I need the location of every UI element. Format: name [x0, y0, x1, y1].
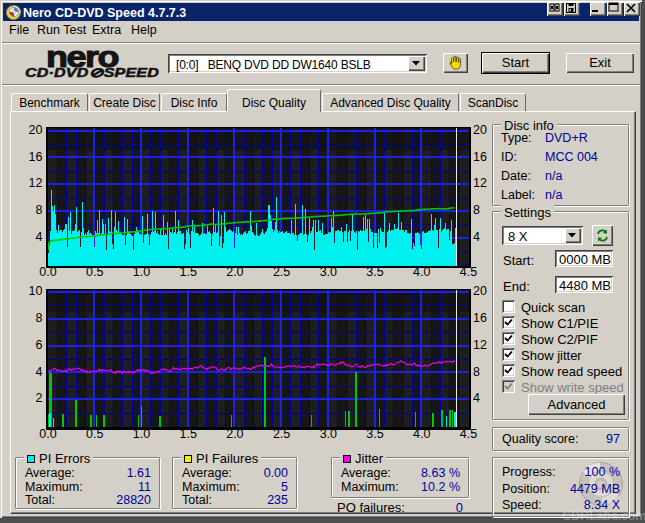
svg-text:3.0: 3.0 — [320, 427, 337, 441]
svg-text:4: 4 — [473, 230, 480, 244]
svg-text:16: 16 — [29, 150, 43, 164]
svg-text:16: 16 — [473, 150, 487, 164]
svg-text:0.0: 0.0 — [39, 265, 56, 279]
svg-text:3.5: 3.5 — [366, 427, 383, 441]
svg-text:4.0: 4.0 — [413, 265, 430, 279]
svg-text:3.5: 3.5 — [366, 265, 383, 279]
svg-text:16: 16 — [473, 311, 487, 325]
svg-text:4: 4 — [36, 230, 43, 244]
svg-text:0.5: 0.5 — [86, 427, 103, 441]
svg-text:0.5: 0.5 — [86, 265, 103, 279]
svg-text:4: 4 — [36, 365, 43, 379]
svg-text:8: 8 — [36, 311, 43, 325]
svg-text:8: 8 — [473, 203, 480, 217]
svg-text:8: 8 — [473, 365, 480, 379]
svg-text:1.0: 1.0 — [133, 265, 150, 279]
svg-text:3.0: 3.0 — [320, 265, 337, 279]
svg-text:20: 20 — [473, 123, 487, 137]
svg-text:12: 12 — [473, 176, 487, 190]
svg-text:4.5: 4.5 — [460, 265, 477, 279]
svg-text:1.5: 1.5 — [179, 427, 196, 441]
svg-text:2.5: 2.5 — [273, 427, 290, 441]
svg-text:6: 6 — [36, 338, 43, 352]
svg-text:10: 10 — [29, 284, 43, 298]
svg-text:1.0: 1.0 — [133, 427, 150, 441]
svg-text:2.5: 2.5 — [273, 265, 290, 279]
svg-text:4.5: 4.5 — [460, 427, 477, 441]
svg-text:12: 12 — [473, 338, 487, 352]
svg-text:2.0: 2.0 — [226, 265, 243, 279]
svg-text:2.0: 2.0 — [226, 427, 243, 441]
svg-text:0.0: 0.0 — [39, 427, 56, 441]
svg-text:1.5: 1.5 — [179, 265, 196, 279]
svg-text:8: 8 — [36, 203, 43, 217]
svg-text:4.0: 4.0 — [413, 427, 430, 441]
svg-text:20: 20 — [473, 284, 487, 298]
svg-text:12: 12 — [29, 176, 43, 190]
svg-text:4: 4 — [473, 391, 480, 405]
svg-text:20: 20 — [29, 123, 43, 137]
svg-text:2: 2 — [36, 391, 43, 405]
